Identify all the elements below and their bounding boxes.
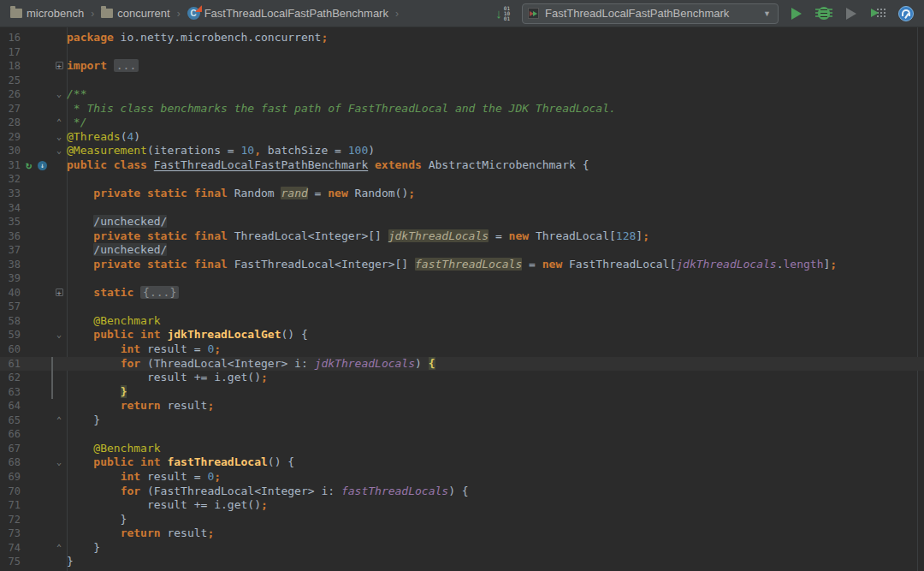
line-number[interactable]: 32 [0,172,21,187]
breadcrumb-item-concurrent[interactable]: concurrent [98,5,173,21]
line-number[interactable]: 58 [0,314,21,329]
line-number[interactable]: 37 [0,243,21,258]
intention-lightbulb-icon[interactable] [74,359,84,370]
line-number[interactable]: 67 [0,442,21,456]
code-text[interactable]: } [67,541,924,556]
line-number[interactable]: 57 [0,300,21,314]
line-number[interactable]: 72 [0,513,21,527]
code-text[interactable]: /** [67,87,924,102]
code-text[interactable] [67,271,924,286]
code-text[interactable]: package io.netty.microbench.concurrent; [67,31,924,45]
code-text[interactable]: result += i.get(); [67,498,924,513]
code-text[interactable]: private static final FastThreadLocal<Int… [67,258,924,272]
debug-button[interactable] [814,4,833,23]
line-number[interactable]: 18 [0,59,21,74]
line-number[interactable]: 64 [0,399,21,413]
breadcrumb-item-FastThreadLocalFastPathBenchmark[interactable]: CFastThreadLocalFastPathBenchmark [184,5,392,21]
line-number[interactable]: 33 [0,187,21,201]
fold-marker[interactable]: ⌄ [51,455,67,470]
line-number[interactable]: 40 [0,286,21,300]
run-button[interactable] [787,4,806,23]
line-number[interactable]: 38 [0,258,21,272]
code-text[interactable] [67,427,924,442]
code-text[interactable] [67,45,924,60]
code-text[interactable]: int result = 0; [67,470,924,485]
line-number[interactable]: 25 [0,74,21,88]
code-text[interactable]: public int fastThreadLocal() { [67,455,924,470]
line-number[interactable]: 35 [0,215,21,229]
fold-marker[interactable]: ⌄ [51,87,67,102]
fold-marker[interactable]: + [51,286,67,300]
line-number[interactable]: 17 [0,45,21,60]
code-text[interactable]: static {...} [67,286,924,300]
code-text[interactable]: * This class benchmarks the fast path of… [67,102,924,116]
line-number[interactable]: 75 [0,555,21,569]
overridden-marker-icon[interactable]: ↓ [38,161,47,170]
line-number[interactable]: 28 [0,116,21,130]
code-text[interactable]: for (FastThreadLocal<Integer> i: fastThr… [67,485,924,499]
code-text[interactable]: private static final ThreadLocal<Integer… [67,229,924,244]
code-text[interactable]: @Benchmark [67,314,924,329]
run-coverage-button[interactable] [842,4,861,23]
line-number[interactable]: 36 [0,229,21,244]
code-text[interactable]: /unchecked/ [67,215,924,229]
code-text[interactable]: private static final Random rand = new R… [67,187,924,201]
code-text[interactable]: } [67,413,924,428]
line-number[interactable]: 63 [0,385,21,400]
line-number[interactable]: 59 [0,328,21,342]
code-text[interactable] [67,300,924,314]
code-text[interactable]: */ [67,116,924,130]
line-number[interactable]: 34 [0,201,21,216]
fold-marker[interactable]: ⌃ [51,413,67,428]
code-text[interactable]: for (ThreadLocal<Integer> i: jdkThreadLo… [67,357,924,372]
code-text[interactable]: public int jdkThreadLocalGet() { [67,328,924,342]
fold-marker[interactable]: ⌄ [51,130,67,145]
run-configuration-select[interactable]: FastThreadLocalFastPathBenchmark ▼ [522,3,779,24]
line-number[interactable]: 26 [0,87,21,102]
line-number[interactable]: 69 [0,470,21,485]
code-text[interactable]: return result; [67,399,924,413]
profiler-gauge-button[interactable] [897,4,915,23]
code-text[interactable]: } [67,513,924,527]
line-number[interactable]: 39 [0,271,21,286]
code-text[interactable] [67,74,924,88]
line-number[interactable]: 29 [0,130,21,145]
line-number[interactable]: 71 [0,498,21,513]
code-text[interactable]: } [67,385,924,400]
code-text[interactable] [67,201,924,216]
vcs-binary-download-icon[interactable]: ↓ 01 10 01 [492,4,513,23]
fold-marker[interactable]: ⌄ [51,144,67,158]
code-line: 26⌄/** [0,87,924,102]
run-gutter-icon[interactable]: ↻ [26,160,36,170]
line-number[interactable]: 73 [0,526,21,541]
line-number[interactable]: 68 [0,455,21,470]
line-number[interactable]: 31 [0,158,21,173]
code-text[interactable]: return result; [67,526,924,541]
line-number[interactable]: 61 [0,357,21,372]
line-number[interactable]: 30 [0,144,21,158]
line-number[interactable]: 70 [0,485,21,499]
line-number[interactable]: 60 [0,342,21,357]
line-number[interactable]: 74 [0,541,21,556]
line-number[interactable]: 62 [0,371,21,385]
code-text[interactable]: int result = 0; [67,342,924,357]
code-text[interactable] [67,172,924,187]
fold-marker[interactable]: ⌃ [51,541,67,556]
fold-marker[interactable]: ⌃ [51,116,67,130]
code-text[interactable]: } [67,555,924,569]
code-text[interactable]: import ... [67,59,924,74]
line-number[interactable]: 27 [0,102,21,116]
run-profiler-button[interactable] [869,4,888,23]
code-text[interactable]: @Threads(4) [67,130,924,145]
code-text[interactable]: @Measurement(iterations = 10, batchSize … [67,144,924,158]
line-number[interactable]: 16 [0,31,21,45]
breadcrumb-item-microbench[interactable]: microbench [7,5,87,21]
fold-marker[interactable]: + [51,59,67,74]
code-text[interactable]: @Benchmark [67,442,924,456]
code-text[interactable]: public class FastThreadLocalFastPathBenc… [67,158,924,173]
line-number[interactable]: 66 [0,427,21,442]
line-number[interactable]: 65 [0,413,21,428]
code-text[interactable]: result += i.get(); [67,371,924,385]
code-text[interactable]: /unchecked/ [67,243,924,258]
fold-marker[interactable]: ⌄ [51,328,67,342]
